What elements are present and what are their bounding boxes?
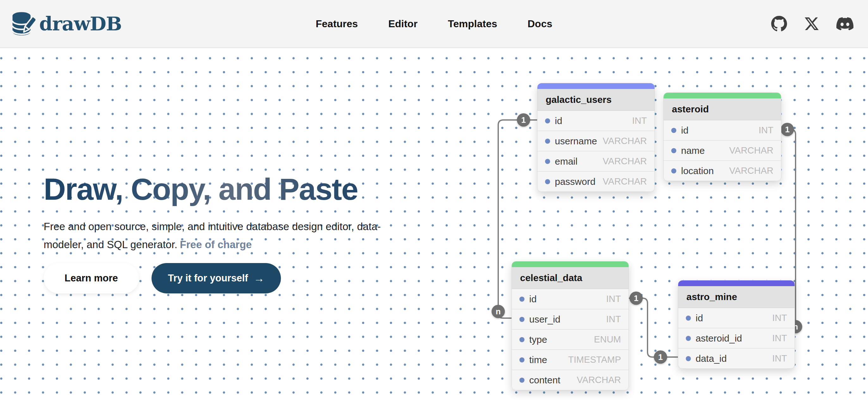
- field-dot-icon: [686, 316, 691, 321]
- table-title: galactic_users: [537, 89, 654, 111]
- cardinality-badge-r1-many: n: [492, 305, 505, 318]
- arrow-right-icon: →: [254, 273, 265, 284]
- cardinality-badge-r2-one-a: 1: [629, 291, 643, 305]
- field-type: TIMESTAMP: [568, 354, 621, 365]
- nav-item-docs[interactable]: Docs: [528, 18, 552, 30]
- field-type: VARCHAR: [729, 145, 773, 156]
- table-accent-bar: [678, 281, 795, 286]
- field-type: VARCHAR: [729, 166, 773, 176]
- cardinality-badge-r1-one: 1: [517, 113, 530, 126]
- field-name: username: [555, 136, 597, 147]
- field-name-group: username: [545, 136, 597, 147]
- logo[interactable]: drawDB: [11, 0, 122, 48]
- table-field-row: asteroid_idINT: [678, 328, 795, 348]
- table-field-row: timeTIMESTAMP: [512, 349, 628, 370]
- hero-section: Draw, Copy, and Paste Free and open sour…: [44, 173, 430, 293]
- table-field-row: data_idINT: [678, 348, 795, 369]
- field-name: id: [555, 116, 562, 126]
- table-accent-bar: [537, 83, 654, 89]
- field-name: data_id: [695, 353, 726, 364]
- table-field-row: user_idINT: [512, 309, 628, 329]
- field-type: INT: [772, 353, 787, 364]
- x-twitter-icon: [805, 17, 819, 31]
- discord-link[interactable]: [836, 15, 854, 32]
- field-dot-icon: [686, 336, 691, 341]
- field-name: time: [529, 354, 547, 365]
- try-it-label: Try it for yourself: [168, 272, 248, 284]
- table-title: celestial_data: [512, 267, 628, 289]
- table-field-row: contentVARCHAR: [512, 370, 628, 390]
- field-type: INT: [772, 333, 787, 343]
- field-dot-icon: [671, 168, 676, 173]
- field-dot-icon: [519, 378, 524, 383]
- cardinality-badge-r3-one: 1: [781, 123, 794, 136]
- x-twitter-link[interactable]: [805, 17, 819, 31]
- field-name-group: id: [686, 313, 703, 323]
- hero-subtitle: Free and open source, simple, and intuit…: [44, 218, 392, 254]
- table-asteroid: asteroididINTnameVARCHARlocationVARCHAR: [663, 92, 781, 181]
- hero-title: Draw, Copy, and Paste: [44, 173, 430, 206]
- field-dot-icon: [686, 356, 691, 361]
- table-field-row: nameVARCHAR: [664, 140, 781, 161]
- main-nav: FeaturesEditorTemplatesDocs: [316, 0, 552, 48]
- field-name: id: [695, 313, 703, 323]
- field-dot-icon: [545, 139, 550, 144]
- field-name-group: content: [519, 375, 560, 385]
- table-field-row: emailVARCHAR: [537, 151, 654, 171]
- field-type: VARCHAR: [602, 156, 647, 167]
- field-name-group: location: [671, 166, 714, 176]
- field-type: INT: [606, 314, 621, 324]
- field-dot-icon: [545, 159, 550, 164]
- nav-item-templates[interactable]: Templates: [448, 18, 497, 30]
- field-name-group: name: [671, 145, 705, 156]
- field-name: type: [529, 334, 547, 345]
- drawdb-landing-page: 1n111n galactic_usersidINTusernameVARCHA…: [0, 0, 868, 402]
- table-accent-bar: [512, 261, 628, 267]
- field-name-group: password: [545, 176, 595, 187]
- hero-buttons: Learn more Try it for yourself→: [44, 263, 430, 293]
- table-accent-bar: [664, 93, 781, 98]
- table-celestial_data: celestial_dataidINTuser_idINTtypeENUMtim…: [512, 261, 629, 390]
- field-name-group: type: [519, 334, 547, 345]
- field-name: id: [529, 294, 536, 305]
- discord-icon: [836, 15, 854, 32]
- learn-more-button[interactable]: Learn more: [44, 263, 139, 293]
- field-name: location: [681, 166, 714, 176]
- drawdb-logo-icon: [11, 12, 35, 36]
- field-name: user_id: [529, 314, 560, 325]
- field-type: ENUM: [594, 334, 621, 345]
- field-dot-icon: [519, 337, 524, 342]
- header: drawDB FeaturesEditorTemplatesDocs: [0, 0, 868, 48]
- field-dot-icon: [519, 357, 524, 363]
- field-name-group: email: [545, 156, 578, 167]
- table-field-row: idINT: [537, 111, 654, 131]
- field-name: name: [681, 145, 705, 156]
- field-type: INT: [606, 294, 621, 304]
- table-field-row: idINT: [512, 289, 628, 309]
- field-name-group: time: [519, 354, 547, 365]
- field-type: INT: [772, 313, 787, 323]
- github-icon: [771, 16, 787, 32]
- field-name-group: id: [671, 125, 688, 136]
- table-field-row: locationVARCHAR: [664, 161, 781, 181]
- table-field-row: passwordVARCHAR: [537, 171, 654, 192]
- nav-item-features[interactable]: Features: [316, 18, 358, 30]
- table-field-row: idINT: [678, 308, 795, 328]
- field-dot-icon: [671, 148, 676, 153]
- field-name-group: user_id: [519, 314, 560, 325]
- github-link[interactable]: [771, 16, 787, 32]
- field-name-group: id: [519, 294, 536, 305]
- field-type: VARCHAR: [602, 136, 647, 146]
- brand-name: drawDB: [39, 13, 122, 35]
- table-astro_mine: astro_mineidINTasteroid_idINTdata_idINT: [678, 280, 795, 369]
- table-field-row: typeENUM: [512, 329, 628, 349]
- field-name: email: [555, 156, 578, 167]
- cardinality-badge-r2-one-b: 1: [654, 350, 667, 364]
- free-of-charge-highlight: Free of charge: [180, 239, 252, 250]
- field-name: id: [681, 125, 688, 136]
- try-it-button[interactable]: Try it for yourself→: [152, 263, 281, 293]
- nav-item-editor[interactable]: Editor: [388, 18, 417, 30]
- table-field-row: idINT: [664, 120, 781, 140]
- field-type: VARCHAR: [602, 176, 647, 187]
- field-type: INT: [758, 125, 773, 136]
